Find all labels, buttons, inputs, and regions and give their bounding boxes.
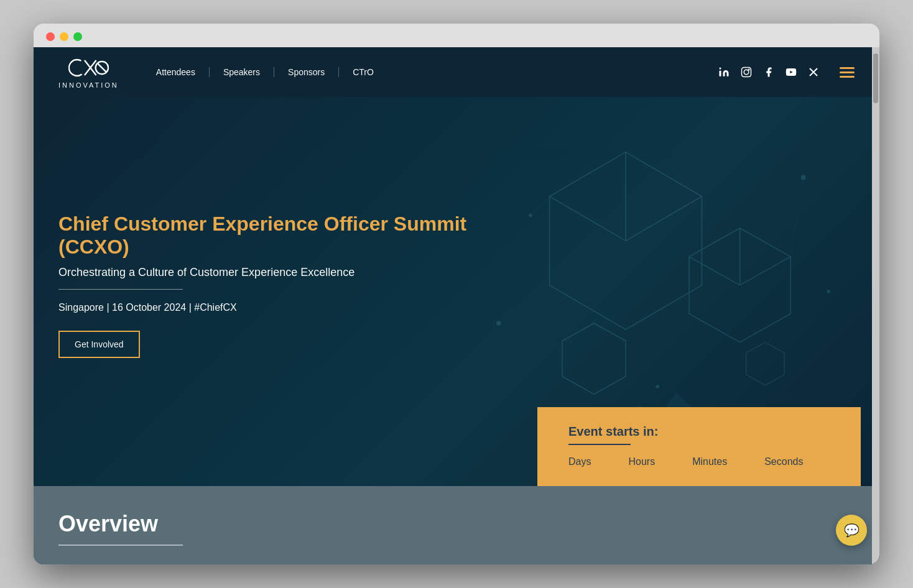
countdown-hours: Hours [628,456,655,467]
hero-divider [58,289,183,290]
countdown-seconds: Seconds [764,456,803,467]
logo-icon [68,55,109,80]
logo-text: INNOVATION [58,81,119,89]
close-button[interactable] [46,32,55,41]
menu-icon[interactable] [840,67,855,78]
menu-bar-1 [840,67,855,69]
menu-bar-2 [840,71,855,73]
logo-area[interactable]: INNOVATION [58,55,119,89]
linkedin-icon[interactable] [718,66,730,78]
overview-divider [58,544,183,546]
nav-attendees[interactable]: Attendees [156,67,210,77]
nav-sponsors[interactable]: Sponsors [274,67,339,77]
countdown-days: Days [568,456,591,467]
hero-section: Chief Customer Experience Officer Summit… [34,97,879,486]
social-icons [718,66,855,78]
browser-chrome [34,24,879,47]
scrollbar[interactable] [872,47,879,564]
svg-point-8 [748,69,749,70]
overview-title: Overview [58,511,855,537]
chat-icon: 💬 [844,523,860,538]
scrollbar-thumb[interactable] [873,53,878,103]
hero-subtitle: Orchestrating a Culture of Customer Expe… [58,266,855,279]
nav-ctro[interactable]: CTrO [339,67,387,77]
overview-section: Overview [34,486,879,564]
instagram-icon[interactable] [740,66,753,78]
browser-content: INNOVATION Attendees Speakers Sponsors C… [34,47,879,564]
hero-meta: Singapore | 16 October 2024 | #ChiefCX [58,302,855,313]
svg-rect-6 [742,68,751,77]
nav-speakers[interactable]: Speakers [210,67,274,77]
get-involved-button[interactable]: Get Involved [58,331,140,358]
countdown-minutes: Minutes [692,456,727,467]
browser-window: INNOVATION Attendees Speakers Sponsors C… [34,24,879,564]
hero-title: Chief Customer Experience Officer Summit… [58,213,494,259]
chat-bubble[interactable]: 💬 [836,515,867,546]
nav-links: Attendees Speakers Sponsors CTrO [156,67,718,77]
menu-bar-3 [840,76,855,78]
website: INNOVATION Attendees Speakers Sponsors C… [34,47,879,564]
countdown-section: Event starts in: Days Hours Minutes Seco… [537,407,861,486]
svg-point-7 [744,70,749,75]
twitter-icon[interactable] [807,66,820,78]
countdown-label: Event starts in: [568,425,830,439]
facebook-icon[interactable] [762,66,775,78]
svg-point-0 [69,60,85,76]
countdown-units: Days Hours Minutes Seconds [568,456,830,467]
youtube-icon[interactable] [785,66,797,78]
minimize-button[interactable] [60,32,68,41]
navbar: INNOVATION Attendees Speakers Sponsors C… [34,47,879,97]
fullscreen-button[interactable] [73,32,82,41]
svg-line-4 [97,63,106,73]
countdown-divider [568,444,631,445]
svg-point-5 [720,68,721,70]
